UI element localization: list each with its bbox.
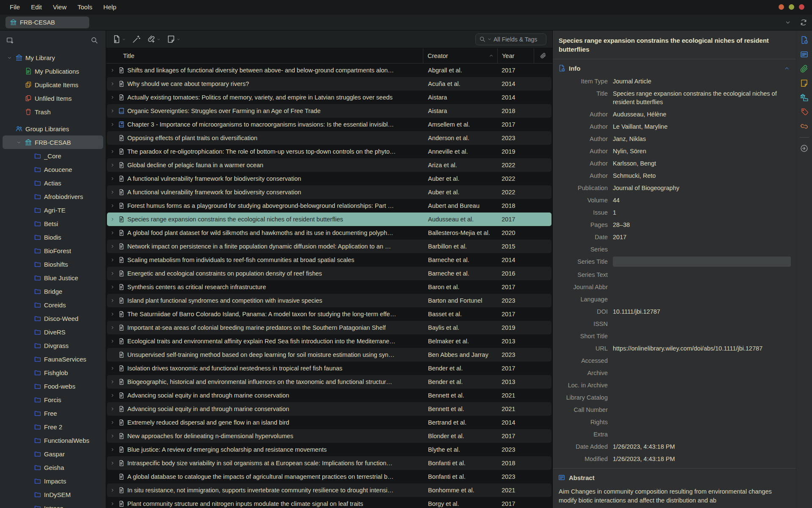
sidebar-item-free-2[interactable]: Free 2 xyxy=(3,420,103,433)
column-header-creator[interactable]: Creator xyxy=(423,48,497,63)
chevron-down-icon[interactable] xyxy=(487,37,492,41)
sidebar-item-unfiled-items[interactable]: Unfiled Items xyxy=(3,91,103,105)
pane-tab-locate[interactable] xyxy=(800,144,809,153)
pane-tab-attachments[interactable] xyxy=(800,64,809,73)
table-row[interactable]: Ecological traits and environmental affi… xyxy=(107,334,551,348)
menu-help[interactable]: Help xyxy=(98,3,122,11)
sidebar-item-actias[interactable]: Actias xyxy=(3,176,103,190)
search-input[interactable] xyxy=(494,36,543,43)
search-icon[interactable] xyxy=(91,36,98,44)
sidebar-item-impacts[interactable]: Impacts xyxy=(3,474,103,488)
sidebar-item-bridge[interactable]: Bridge xyxy=(3,284,103,298)
table-row[interactable]: The paradox of re-oligotrophication: The… xyxy=(107,145,551,158)
sidebar-item-betsi[interactable]: Betsi xyxy=(3,217,103,230)
table-row[interactable]: Network impact on persistence in a finit… xyxy=(107,240,551,253)
field-value-doi[interactable]: 10.1111/jbi.12787 xyxy=(613,307,791,316)
table-row[interactable]: Unsupervised self-training method based … xyxy=(107,348,551,362)
sidebar-item-free[interactable]: Free xyxy=(3,406,103,420)
table-row[interactable]: Why should we care about temporary river… xyxy=(107,77,551,91)
table-row[interactable]: Important at-sea areas of colonial breed… xyxy=(107,321,551,334)
field-value-url[interactable]: https://onlinelibrary.wiley.com/doi/abs/… xyxy=(613,344,791,353)
table-row[interactable]: Biogeographic, historical and environmen… xyxy=(107,375,551,389)
field-value-series-title[interactable] xyxy=(613,257,791,267)
menu-file[interactable]: File xyxy=(4,3,25,11)
sidebar-item-disco-weed[interactable]: Disco-Weed xyxy=(3,312,103,325)
sidebar-item-indysem[interactable]: InDySEM xyxy=(3,488,103,501)
table-row[interactable]: New approaches for delineating n-dimensi… xyxy=(107,429,551,443)
pane-tab-abstract[interactable] xyxy=(800,50,809,59)
sidebar-item-coreids[interactable]: Coreids xyxy=(3,298,103,312)
table-row[interactable]: Opposing effects of plant traits on dive… xyxy=(107,131,551,145)
sidebar-item-trash[interactable]: Trash xyxy=(3,105,103,119)
sidebar-item--core[interactable]: _Core xyxy=(3,149,103,163)
sidebar-item-divgrass[interactable]: Divgrass xyxy=(3,339,103,352)
table-row[interactable]: A functional vulnerability framework for… xyxy=(107,172,551,185)
sidebar-item-food-webs[interactable]: Food-webs xyxy=(3,379,103,393)
sidebar-item-blue-justice[interactable]: Blue Justice xyxy=(3,271,103,284)
table-row[interactable]: A functional vulnerability framework for… xyxy=(107,185,551,199)
pane-tab-info[interactable] xyxy=(800,36,809,44)
sidebar-item-agri-te[interactable]: Agri-TE xyxy=(3,203,103,217)
sidebar-item-functionalwebs[interactable]: FunctionalWebs xyxy=(3,433,103,447)
table-row[interactable]: Synthesis centers as critical research i… xyxy=(107,280,551,294)
table-row[interactable]: Island plant functional syndromes and co… xyxy=(107,294,551,307)
chevron-down-icon[interactable] xyxy=(781,19,795,26)
menu-tools[interactable]: Tools xyxy=(72,3,98,11)
table-row[interactable]: Chapter 3 - Importance of microorganisms… xyxy=(107,118,551,131)
column-header-attachment[interactable] xyxy=(534,48,552,63)
sync-icon[interactable] xyxy=(795,19,812,26)
window-close-button[interactable] xyxy=(799,4,804,10)
column-header-title[interactable]: Title xyxy=(106,48,423,63)
table-row[interactable]: Plant community structure and nitrogen i… xyxy=(107,497,551,508)
table-row[interactable]: A global food plant dataset for wild sil… xyxy=(107,226,551,240)
sidebar-item-my-publications[interactable]: My Publications xyxy=(3,64,103,78)
window-minimize-button[interactable] xyxy=(779,4,784,10)
sidebar-item-acoucene[interactable]: Acoucene xyxy=(3,163,103,176)
chevron-up-icon[interactable] xyxy=(784,65,790,72)
sidebar-item-my-library[interactable]: My Library xyxy=(3,51,103,64)
column-header-year[interactable]: Year xyxy=(497,48,534,63)
table-row[interactable]: Forest humus forms as a playground for s… xyxy=(107,199,551,213)
table-row[interactable]: Actually existing tomatoes: Politics of … xyxy=(107,91,551,104)
table-row[interactable]: Shifts and linkages of functional divers… xyxy=(107,64,551,77)
table-row[interactable]: Energetic and ecological constraints on … xyxy=(107,267,551,280)
table-row[interactable]: The Saturniidae of Barro Colorado Island… xyxy=(107,307,551,321)
sidebar-item-bioshifts[interactable]: Bioshifts xyxy=(3,257,103,271)
sidebar-item-bioforest[interactable]: BioForest xyxy=(3,244,103,257)
sidebar-item-gaspar[interactable]: Gaspar xyxy=(3,447,103,461)
sidebar-item-fishglob[interactable]: Fishglob xyxy=(3,366,103,379)
sidebar-item-afrobiodrivers[interactable]: Afrobiodrivers xyxy=(3,190,103,203)
new-attachment-button[interactable] xyxy=(147,35,161,44)
sidebar-item-intraco[interactable]: Intraco xyxy=(3,501,103,508)
sidebar-item-divers[interactable]: DiveRS xyxy=(3,325,103,339)
abstract-section-header[interactable]: Abstract xyxy=(553,469,796,486)
new-item-button[interactable] xyxy=(112,35,126,44)
sidebar-item-group-libraries[interactable]: Group Libraries xyxy=(3,122,103,135)
menu-edit[interactable]: Edit xyxy=(25,3,47,11)
window-maximize-button[interactable] xyxy=(789,4,794,10)
table-row[interactable]: A global database to catalogue the impac… xyxy=(107,470,551,483)
pane-tab-libraries-collections[interactable] xyxy=(800,93,809,102)
sidebar-item-faunaservices[interactable]: FaunaServices xyxy=(3,352,103,366)
table-row[interactable]: Global decline of pelagic fauna in a war… xyxy=(107,158,551,172)
sidebar-item-biodis[interactable]: Biodis xyxy=(3,230,103,244)
menu-view[interactable]: View xyxy=(47,3,72,11)
table-row[interactable]: Species range expansion constrains the e… xyxy=(107,213,551,226)
table-row[interactable]: Blue justice: A review of emerging schol… xyxy=(107,443,551,456)
new-note-button[interactable] xyxy=(167,35,181,44)
table-row[interactable]: Scaling metabolism from individuals to r… xyxy=(107,253,551,267)
sidebar-item-duplicate-items[interactable]: Duplicate Items xyxy=(3,78,103,91)
new-collection-icon[interactable] xyxy=(6,36,14,44)
tab-frb-cesab[interactable]: FRB-CESAB xyxy=(5,17,89,28)
table-row[interactable]: Organic Sovereignties: Struggles over Fa… xyxy=(107,104,551,118)
sidebar-item-geisha[interactable]: Geisha xyxy=(3,461,103,474)
table-row[interactable]: Isolation drives taxonomic and functiona… xyxy=(107,362,551,375)
pane-tab-related[interactable] xyxy=(800,122,809,131)
info-section-header[interactable]: Info xyxy=(553,59,796,76)
table-row[interactable]: Advancing social equity in and through m… xyxy=(107,402,551,416)
table-row[interactable]: In situ resistance, not immigration, sup… xyxy=(107,483,551,497)
table-row[interactable]: Advancing social equity in and through m… xyxy=(107,389,551,402)
sidebar-item-frb-cesab[interactable]: FRB-CESAB xyxy=(3,135,103,149)
pane-tab-tags[interactable] xyxy=(800,108,809,116)
table-row[interactable]: Extremely reduced dispersal and gene flo… xyxy=(107,416,551,429)
